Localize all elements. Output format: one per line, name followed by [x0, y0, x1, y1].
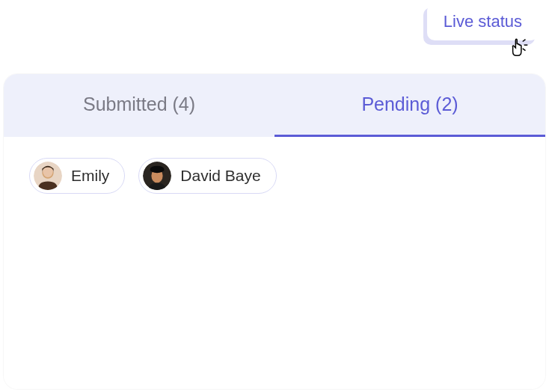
tab-submitted[interactable]: Submitted (4) [4, 74, 274, 137]
avatar [34, 162, 62, 190]
live-status-label: Live status [444, 12, 522, 31]
person-name: David Baye [180, 167, 260, 185]
person-name: Emily [71, 167, 109, 185]
tab-pending-label: Pending (2) [361, 94, 458, 115]
live-status-button[interactable]: Live status [427, 3, 539, 40]
svg-point-8 [150, 166, 165, 174]
person-chip[interactable]: David Baye [138, 158, 276, 194]
people-list: Emily David Baye [4, 137, 545, 215]
avatar [143, 162, 171, 190]
status-panel: Submitted (4) Pending (2) Emily [4, 74, 545, 389]
svg-line-2 [523, 49, 526, 51]
person-chip[interactable]: Emily [29, 158, 125, 194]
tab-bar: Submitted (4) Pending (2) [4, 74, 545, 137]
tab-pending[interactable]: Pending (2) [274, 74, 545, 137]
tab-submitted-label: Submitted (4) [83, 94, 195, 115]
